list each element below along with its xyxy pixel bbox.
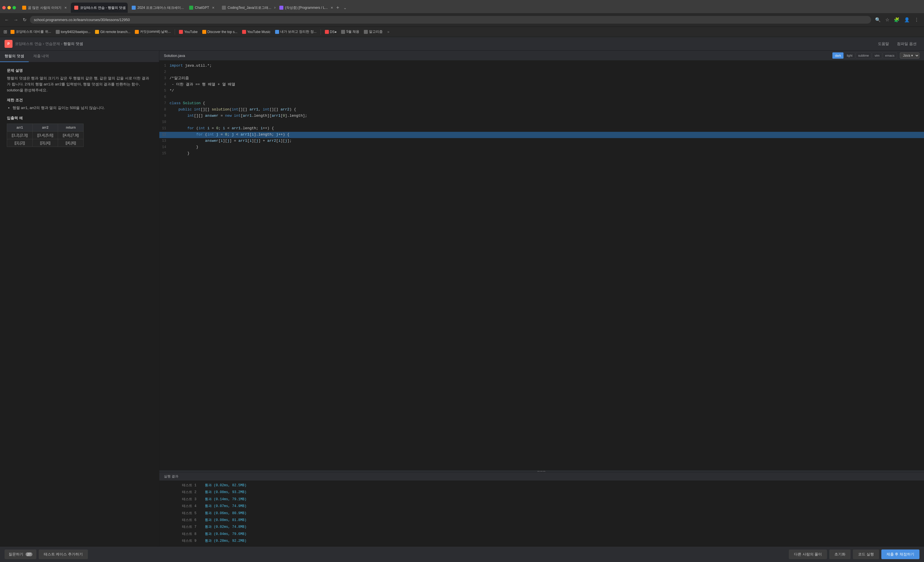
apps-icon[interactable]: ⊞ [3,29,7,35]
question-button[interactable]: 질문하기 27 [4,550,36,559]
code-line-8: 8 public int[][] solution(int[][] arr1, … [159,107,924,113]
run-code-button[interactable]: 코드 실행 [853,550,879,559]
site-logo-text: P [8,42,10,46]
toolbar-icons: 🔍 ☆ 🧩 👤 ⋮ [873,16,921,24]
code-editor[interactable]: 1 import java.util.*; 2 3 /* [159,61,924,470]
bookmark-6[interactable]: 내가 보려고 정리한 정... [274,29,318,35]
bookmark-1[interactable]: 코딩테스트 대비를 위... [9,29,52,35]
bookmark-3[interactable]: Git remote branch... [94,29,131,35]
line-num-8: 8 [159,107,170,113]
io-section: 입출력 예 arr1 arr2 return [7,116,152,147]
language-select[interactable]: Java ▾ [900,53,920,59]
test-label-4: 테스트 4 [182,503,205,509]
browser-tab-5[interactable]: CodingTest_Java/프로그래... ✕ [219,3,275,13]
extensions-btn[interactable]: 🧩 [892,16,901,24]
minimize-window-btn[interactable] [8,6,11,9]
line-content-6 [170,94,924,100]
tab-close-6[interactable]: ✕ [331,6,333,10]
breadcrumb-current: 행렬의 덧셈 [63,41,83,47]
reload-button[interactable]: ↻ [22,16,28,24]
reset-button[interactable]: 초기화 [829,550,850,559]
bookmark-7[interactable]: 5월 채용 [340,29,360,35]
bookmark-label-7: 5월 채용 [346,29,359,34]
test-label-9: 테스트 9 [182,538,205,544]
add-test-case-button[interactable]: 테스트 케이스 추가하기 [39,550,88,559]
tab-submissions-label: 제출 내역 [33,54,49,58]
tab-title-6: (작성중) [Programmers / L... [285,5,328,10]
url-input[interactable] [30,16,871,24]
resize-handle[interactable]: ━━━ [159,470,924,472]
browser-tab-3[interactable]: 2024 프로그래머스 테크세미... ✕ [128,3,185,13]
tab-close-4[interactable]: ✕ [212,6,214,10]
line-num-14: 14 [159,144,170,150]
bookmark-favicon-3 [95,30,99,34]
test-result-text-3: 통과 (0.14ms, 79.1MB) [205,496,246,502]
browser-tab-2[interactable]: 코딩테스트 연습 - 행렬의 덧셈 ✕ [71,3,128,13]
bookmark-favicon-7 [341,30,345,34]
theme-emacs-btn[interactable]: emacs [883,53,897,59]
breadcrumb-part2[interactable]: 연습문제 [45,41,60,47]
bookmark-ds[interactable]: DS● [324,29,338,35]
bookmark-youtube-music[interactable]: YouTube Music [241,29,272,35]
test-label-2: 테스트 2 [182,489,205,495]
theme-vim-btn[interactable]: vim [872,53,882,59]
bookmarks-more-btn[interactable]: » [387,30,389,34]
bottom-bar: 질문하기 27 테스트 케이스 추가하기 다른 사람의 풀이 초기화 코드 실행… [0,546,924,562]
code-line-3: 3 /*알고리즘 [159,75,924,82]
tab-favicon-4 [189,6,193,10]
tab-close-1[interactable]: ✕ [64,6,67,10]
site-logo: P [4,40,12,48]
bookmark-btn[interactable]: ☆ [884,16,891,24]
tab-title-1: 꿈 많은 사람의 이야기 [28,5,62,10]
bookmark-youtube[interactable]: YouTube [178,29,199,35]
tab-title-5: CodingTest_Java/프로그래... [228,5,271,10]
theme-sublime-btn[interactable]: sublime [856,53,872,59]
io-cell-1-3: [[4,6],[7,9]] [58,132,84,139]
line-content-15: } [170,150,924,156]
submit-button[interactable]: 제출 후 채점하기 [881,550,920,559]
code-editor-wrapper: 1 import java.util.*; 2 3 /* [159,61,924,546]
code-line-1: 1 import java.util.*; [159,63,924,69]
breadcrumb-sep2: › [61,42,62,46]
line-content-3: /*알고리즘 [170,75,924,81]
new-tab-button[interactable]: + [334,5,341,11]
compile-options-button[interactable]: 컴파일 옵션 [894,40,920,48]
breadcrumb-part1[interactable]: 코딩테스트 연습 [15,41,42,47]
forward-button[interactable]: → [12,16,20,24]
maximize-window-btn[interactable] [12,6,16,9]
close-window-btn[interactable] [2,6,6,9]
menu-btn[interactable]: ⋮ [913,16,921,24]
tab-problem[interactable]: 행렬의 덧셈 [0,51,29,62]
theme-dark-btn[interactable]: dark [832,53,843,59]
tab-bar: 꿈 많은 사람의 이야기 ✕ 코딩테스트 연습 - 행렬의 덧셈 ✕ 2024 … [0,0,924,13]
bookmark-algo[interactable]: 알고리즘 [363,29,384,35]
line-num-7: 7 [159,101,170,106]
page-container: P 코딩테스트 연습 › 연습문제 › 행렬의 덧셈 도움말 컴파일 옵션 [0,37,924,562]
help-button[interactable]: 도움말 [875,40,892,48]
tab-problem-label: 행렬의 덧셈 [4,54,24,58]
line-num-13: 13 [159,138,170,144]
test-result-3: 테스트 3 통과 (0.14ms, 79.1MB) [159,496,924,503]
theme-light-btn[interactable]: light [844,53,855,59]
bookmark-label-algo: 알고리즘 [369,29,382,34]
browser-tab-4[interactable]: ChatGPT ✕ [186,3,218,13]
others-solution-button[interactable]: 다른 사람의 풀이 [789,550,827,559]
tab-submissions[interactable]: 제출 내역 [29,51,54,62]
bookmark-4[interactable]: 커밋(commit) 날짜... [134,29,172,35]
problem-description: 행렬의 덧셈은 행과 열의 크기가 같은 두 행렬의 같은 행, 같은 열의 값… [7,75,152,93]
tab-close-5[interactable]: ✕ [274,6,275,10]
io-row-1: [[1,2],[2,3]] [[3,4],[5,6]] [[4,6],[7,9]… [7,132,84,139]
test-results-list: 테스트 1 통과 (0.02ms, 82.5MB) 테스트 2 통과 (0.08… [159,481,924,546]
test-label-7: 테스트 7 [182,524,205,530]
browser-tab-6[interactable]: (작성중) [Programmers / L... ✕ [276,3,333,13]
search-icon-btn[interactable]: 🔍 [873,16,882,24]
bookmark-separator-1 [175,29,175,35]
test-result-9: 테스트 9 통과 (0.28ms, 92.2MB) [159,538,924,544]
tab-dropdown-button[interactable]: ⌄ [342,5,348,10]
bookmark-5[interactable]: Discover the top s... [201,29,238,35]
profile-btn[interactable]: 👤 [902,16,912,24]
bookmark-2[interactable]: tony9402/baekjoo... [55,29,92,35]
back-button[interactable]: ← [3,16,10,24]
tab-favicon-3 [132,6,136,10]
browser-tab-1[interactable]: 꿈 많은 사람의 이야기 ✕ [19,3,70,13]
